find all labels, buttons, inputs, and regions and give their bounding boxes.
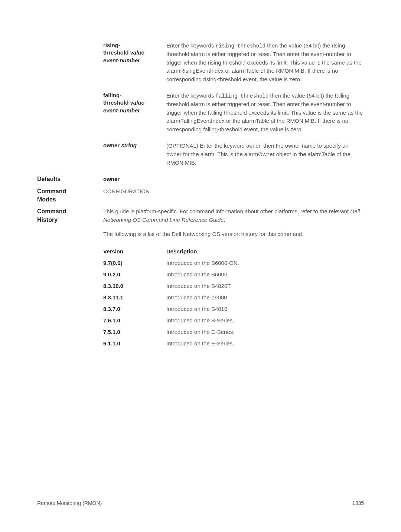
label-line: History bbox=[37, 217, 58, 223]
label-line: Modes bbox=[37, 196, 56, 203]
desc-mono: falling-threshold bbox=[216, 93, 269, 99]
description-cell: Introduced on the C-Series. bbox=[166, 329, 364, 335]
command-modes-row: Command Modes CONFIGURATION bbox=[37, 187, 364, 204]
param-label-ital: value bbox=[130, 49, 144, 56]
command-modes-value: CONFIGURATION bbox=[103, 187, 364, 204]
parameter-row: falling- threshold value event-number En… bbox=[37, 92, 364, 134]
table-row: 8.3.11.1 Introduced on the Z9000. bbox=[103, 294, 364, 301]
version-cell: 8.3.19.0 bbox=[103, 283, 166, 289]
command-history-row: Command History This guide is platform-s… bbox=[37, 207, 364, 244]
desc-text: Enter the keywords bbox=[166, 42, 216, 49]
defaults-value-text: owner bbox=[103, 176, 120, 182]
param-label-line: owner bbox=[103, 142, 121, 148]
version-cell: 9.0.2.0 bbox=[103, 271, 166, 278]
parameter-row: rising- threshold value event-number Ent… bbox=[37, 42, 364, 83]
param-label-line: threshold bbox=[103, 49, 130, 56]
parameter-description: (OPTIONAL) Enter the keyword owner then … bbox=[166, 142, 364, 167]
param-label-line: falling- bbox=[103, 92, 121, 98]
label-line: Command bbox=[37, 188, 66, 194]
version-cell: 7.5.1.0 bbox=[103, 329, 166, 335]
param-label-ital: event-number bbox=[103, 107, 140, 114]
desc-text: Enter the keywords bbox=[166, 92, 216, 99]
parameter-description: Enter the keywords rising-threshold then… bbox=[166, 42, 364, 83]
description-cell: Introduced on the S4810. bbox=[166, 306, 364, 312]
description-cell: Introduced on the S4820T. bbox=[166, 283, 364, 289]
table-row: 8.3.19.0 Introduced on the S4820T. bbox=[103, 283, 364, 289]
history-text: This guide is platform-specific. For com… bbox=[103, 208, 350, 214]
page-footer: Remote Monitoring (RMON) 1335 bbox=[37, 500, 364, 506]
version-cell: 8.3.11.1 bbox=[103, 294, 166, 301]
version-cell: 7.6.1.0 bbox=[103, 317, 166, 324]
param-label-ital: value bbox=[130, 99, 144, 106]
description-cell: Introduced on the S6000-ON. bbox=[166, 260, 364, 266]
version-cell: 8.3.7.0 bbox=[103, 306, 166, 312]
desc-mono: rising-threshold bbox=[216, 43, 265, 49]
table-row: 9.0.2.0 Introduced on the S6000. bbox=[103, 271, 364, 278]
footer-title: Remote Monitoring (RMON) bbox=[37, 500, 102, 506]
version-table-header: Version Description bbox=[103, 248, 364, 254]
command-modes-label: Command Modes bbox=[37, 187, 103, 204]
defaults-row: Defaults owner bbox=[37, 175, 364, 184]
param-label-ital: string bbox=[121, 142, 137, 148]
description-cell: Introduced on the Z9000. bbox=[166, 294, 364, 301]
param-label-line: threshold bbox=[103, 99, 130, 106]
parameter-description: Enter the keywords falling-threshold the… bbox=[166, 92, 364, 134]
page-container: rising- threshold value event-number Ent… bbox=[0, 0, 401, 532]
command-history-label: Command History bbox=[37, 207, 103, 244]
history-paragraph: The following is a list of the Dell Netw… bbox=[103, 230, 364, 239]
command-history-body: This guide is platform-specific. For com… bbox=[103, 207, 364, 244]
table-row: 6.1.1.0 Introduced on the E-Series. bbox=[103, 340, 364, 347]
table-row: 7.5.1.0 Introduced on the C-Series. bbox=[103, 329, 364, 335]
param-label-ital: event-number bbox=[103, 57, 140, 63]
desc-text: (OPTIONAL) Enter the keyword bbox=[166, 142, 246, 149]
defaults-value: owner bbox=[103, 175, 364, 184]
label-line: Command bbox=[37, 208, 66, 214]
parameter-label: falling- threshold value event-number bbox=[103, 92, 166, 134]
parameter-row: owner string (OPTIONAL) Enter the keywor… bbox=[37, 142, 364, 167]
version-cell: 9.7(0.0) bbox=[103, 260, 166, 266]
version-header-c2: Description bbox=[166, 248, 364, 254]
description-cell: Introduced on the S-Series. bbox=[166, 317, 364, 324]
parameter-label: rising- threshold value event-number bbox=[103, 42, 166, 83]
param-label-line: rising- bbox=[103, 42, 120, 48]
version-history-table: Version Description 9.7(0.0) Introduced … bbox=[37, 248, 364, 347]
footer-page-number: 1335 bbox=[352, 500, 364, 506]
table-row: 7.6.1.0 Introduced on the S-Series. bbox=[103, 317, 364, 324]
table-row: 8.3.7.0 Introduced on the S4810. bbox=[103, 306, 364, 312]
description-cell: Introduced on the S6000. bbox=[166, 271, 364, 278]
table-row: 9.7(0.0) Introduced on the S6000-ON. bbox=[103, 260, 364, 266]
parameter-label: owner string bbox=[103, 142, 166, 167]
desc-mono: owner bbox=[246, 143, 262, 149]
defaults-label: Defaults bbox=[37, 175, 103, 184]
version-cell: 6.1.1.0 bbox=[103, 340, 166, 347]
history-paragraph: This guide is platform-specific. For com… bbox=[103, 207, 364, 224]
history-text: . bbox=[224, 217, 225, 223]
description-cell: Introduced on the E-Series. bbox=[166, 340, 364, 347]
version-header-c1: Version bbox=[103, 248, 166, 254]
